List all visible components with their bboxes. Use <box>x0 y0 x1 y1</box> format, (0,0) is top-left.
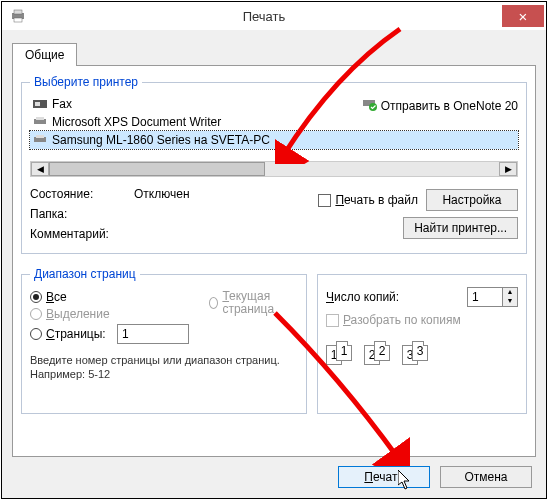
scroll-right-button[interactable]: ▶ <box>499 162 517 176</box>
tab-general[interactable]: Общие <box>12 43 77 66</box>
group-title-range: Диапазон страниц <box>30 267 140 281</box>
radio-pages[interactable]: Страницы: <box>30 324 189 344</box>
printer-icon <box>10 9 26 23</box>
printer-item-samsung[interactable]: Samsung ML-1860 Series на SVETA-PC <box>30 131 518 149</box>
scroll-left-button[interactable]: ◀ <box>31 162 49 176</box>
fax-icon <box>32 97 48 111</box>
printer-item-onenote[interactable]: Отправить в OneNote 20 <box>361 97 518 114</box>
svg-rect-6 <box>36 117 44 120</box>
printer-icon <box>32 115 48 129</box>
printer-item-xps[interactable]: Microsoft XPS Document Writer <box>30 113 518 131</box>
status-comment-label: Комментарий: <box>30 227 122 241</box>
status-state-label: Состояние: <box>30 187 122 201</box>
pages-icon: 11 <box>326 341 356 369</box>
radio-all[interactable]: Все <box>30 290 189 304</box>
radio-current-page: Текущая страница <box>209 290 298 316</box>
close-button[interactable]: × <box>502 5 544 27</box>
svg-rect-1 <box>14 10 22 14</box>
tab-panel-general: Выберите принтер Fax Microsoft XPS Docum… <box>12 65 536 457</box>
group-title-select-printer: Выберите принтер <box>30 75 142 89</box>
print-button[interactable]: Печать <box>338 466 430 488</box>
printer-label: Samsung ML-1860 Series на SVETA-PC <box>52 133 270 147</box>
print-to-file-label: Печать в файл <box>335 193 418 207</box>
radio-icon <box>30 291 42 303</box>
copies-label: Число копий: <box>326 290 399 304</box>
status-state-value: Отключен <box>134 187 224 201</box>
radio-selection: Выделение <box>30 307 189 321</box>
groupbox-select-printer: Выберите принтер Fax Microsoft XPS Docum… <box>21 82 527 254</box>
copies-input[interactable] <box>468 288 502 306</box>
svg-rect-8 <box>36 135 44 138</box>
status-folder-label: Папка: <box>30 207 122 221</box>
cancel-button[interactable]: Отмена <box>440 466 532 488</box>
copies-spinner[interactable]: ▲▼ <box>467 287 518 307</box>
printer-label: Fax <box>52 97 72 111</box>
scroll-track[interactable] <box>49 162 499 176</box>
svg-rect-4 <box>35 102 40 106</box>
collate-label: Разобрать по копиям <box>343 313 461 327</box>
titlebar: Печать × <box>2 2 546 30</box>
pages-icon: 22 <box>364 341 394 369</box>
pages-input[interactable] <box>117 324 189 344</box>
spin-up[interactable]: ▲ <box>503 288 517 297</box>
radio-icon <box>30 308 42 320</box>
find-printer-button[interactable]: Найти принтер... <box>403 217 518 239</box>
printer-label: Microsoft XPS Document Writer <box>52 115 221 129</box>
pages-icon: 33 <box>402 341 432 369</box>
svg-point-10 <box>369 103 377 111</box>
spin-down[interactable]: ▼ <box>503 297 517 306</box>
printer-icon <box>32 133 48 147</box>
print-to-file-checkbox[interactable]: Печать в файл <box>318 193 418 207</box>
collate-illustration: 11 22 33 <box>326 341 518 369</box>
groupbox-page-range: Диапазон страниц Все Выделение Страницы:… <box>21 274 307 414</box>
settings-button[interactable]: Настройка <box>426 189 518 211</box>
printer-list-scrollbar[interactable]: ◀ ▶ <box>30 161 518 177</box>
range-hint: Введите номер страницы или диапазон стра… <box>30 353 298 382</box>
checkbox-icon <box>318 194 331 207</box>
radio-icon <box>209 297 218 309</box>
collate-checkbox: Разобрать по копиям <box>326 313 518 327</box>
checkbox-icon <box>326 314 339 327</box>
scroll-thumb[interactable] <box>49 162 265 176</box>
svg-rect-2 <box>14 18 22 22</box>
printer-label: Отправить в OneNote 20 <box>381 99 518 113</box>
groupbox-copies: Число копий: ▲▼ Разобрать по копиям 11 <box>317 274 527 414</box>
radio-icon <box>30 328 42 340</box>
window-title: Печать <box>26 9 502 24</box>
onenote-icon <box>361 97 377 114</box>
